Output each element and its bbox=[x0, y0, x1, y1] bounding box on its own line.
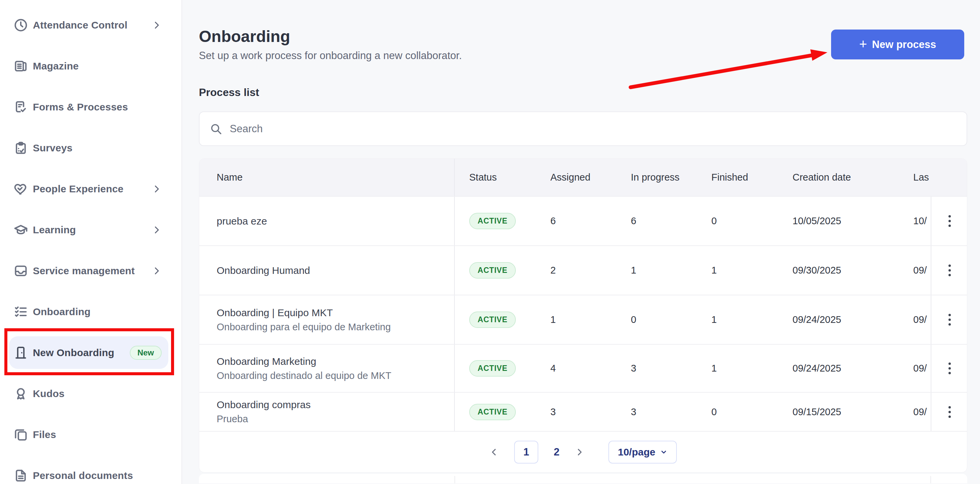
document-icon bbox=[13, 468, 28, 483]
process-list-heading: Process list bbox=[199, 87, 967, 98]
sidebar-item-label: Attendance Control bbox=[33, 19, 127, 31]
row-menu-kebab-icon[interactable] bbox=[945, 403, 954, 421]
creation-date: 09/15/2025 bbox=[792, 406, 913, 417]
table-row[interactable]: prueba eze ACTIVE 6 6 0 10/05/2025 10/ bbox=[199, 196, 967, 245]
chevron-down-icon bbox=[660, 449, 667, 456]
page-size-value: 10/page bbox=[618, 446, 655, 458]
pagination-page-1[interactable]: 1 bbox=[514, 441, 538, 463]
door-icon bbox=[13, 345, 28, 360]
status-badge: ACTIVE bbox=[469, 262, 516, 279]
table-header-row: Name Status Assigned In progress Finishe… bbox=[199, 159, 967, 196]
sidebar-item-label: New Onboarding bbox=[33, 347, 115, 358]
sidebar-item-personal-documents[interactable]: Personal documents bbox=[9, 459, 169, 484]
page-size-select[interactable]: 10/page bbox=[608, 441, 677, 463]
last-date-truncated: 09/ bbox=[913, 265, 931, 276]
process-description: Onboarding destinado al equipo de MKT bbox=[217, 370, 454, 381]
last-date-truncated: 09/ bbox=[913, 406, 931, 417]
column-header-assigned: Assigned bbox=[550, 172, 631, 183]
chevron-right-icon bbox=[151, 266, 162, 276]
new-badge: New bbox=[130, 346, 162, 360]
finished-count: 1 bbox=[711, 265, 792, 276]
chevron-right-icon bbox=[151, 225, 162, 235]
sidebar-item-forms-processes[interactable]: Forms & Processes bbox=[9, 91, 169, 123]
column-header-finished: Finished bbox=[711, 172, 792, 183]
sidebar-item-label: Forms & Processes bbox=[33, 101, 128, 113]
next-table-sliver bbox=[199, 474, 967, 483]
process-description: Prueba bbox=[217, 414, 454, 425]
table-row[interactable]: Onboarding compras Prueba ACTIVE 3 3 0 0… bbox=[199, 392, 967, 431]
pagination-prev-icon[interactable] bbox=[489, 447, 499, 457]
row-menu-kebab-icon[interactable] bbox=[945, 310, 954, 329]
sidebar-item-new-onboarding[interactable]: New Onboarding New bbox=[9, 336, 169, 369]
pagination-next-icon[interactable] bbox=[575, 447, 584, 457]
process-name: Onboarding Marketing bbox=[217, 356, 454, 367]
process-name: Onboarding compras bbox=[217, 399, 454, 411]
table-row[interactable]: Onboarding | Equipo MKT Onboarding para … bbox=[199, 295, 967, 344]
sidebar-item-label: Service management bbox=[33, 265, 135, 276]
in-progress-count: 3 bbox=[631, 363, 711, 374]
search-icon bbox=[210, 123, 222, 135]
sidebar-item-onboarding[interactable]: Onboarding bbox=[9, 296, 169, 328]
copy-icon bbox=[13, 427, 28, 442]
status-badge: ACTIVE bbox=[469, 213, 516, 229]
chevron-right-icon bbox=[151, 20, 162, 30]
clock-icon bbox=[13, 18, 28, 32]
last-date-truncated: 10/ bbox=[913, 216, 931, 227]
process-table: Name Status Assigned In progress Finishe… bbox=[199, 158, 967, 473]
sidebar-item-attendance-control[interactable]: Attendance Control bbox=[9, 9, 169, 41]
assigned-count: 1 bbox=[550, 314, 631, 325]
finished-count: 1 bbox=[711, 314, 792, 325]
column-header-name: Name bbox=[199, 159, 455, 196]
process-description: Onboarding para el equipo de Marketing bbox=[217, 321, 454, 332]
column-header-status: Status bbox=[455, 172, 550, 183]
finished-count: 0 bbox=[711, 216, 792, 227]
checklist-icon bbox=[13, 304, 28, 319]
creation-date: 09/24/2025 bbox=[792, 314, 913, 325]
clipboard-check-icon bbox=[13, 141, 28, 155]
assigned-count: 2 bbox=[550, 265, 631, 276]
sidebar-item-label: Personal documents bbox=[33, 470, 133, 481]
sidebar-item-magazine[interactable]: Magazine bbox=[9, 50, 169, 82]
new-process-button[interactable]: + New process bbox=[831, 30, 964, 59]
column-header-creation-date: Creation date bbox=[792, 172, 913, 183]
row-menu-kebab-icon[interactable] bbox=[945, 261, 954, 280]
table-row[interactable]: Onboarding Humand ACTIVE 2 1 1 09/30/202… bbox=[199, 245, 967, 295]
finished-count: 1 bbox=[711, 363, 792, 374]
status-badge: ACTIVE bbox=[469, 360, 516, 377]
sidebar-item-label: Kudos bbox=[33, 388, 64, 399]
sidebar-item-label: Learning bbox=[33, 224, 76, 236]
pagination: 1 2 10/page bbox=[199, 431, 967, 473]
inbox-icon bbox=[13, 264, 28, 278]
process-name: Onboarding | Equipo MKT bbox=[217, 307, 454, 318]
sidebar-item-label: Onboarding bbox=[33, 306, 91, 318]
creation-date: 09/24/2025 bbox=[792, 363, 913, 374]
heart-handshake-icon bbox=[13, 182, 28, 196]
sidebar-item-surveys[interactable]: Surveys bbox=[9, 132, 169, 164]
sidebar-item-service-management[interactable]: Service management bbox=[9, 254, 169, 287]
form-check-icon bbox=[13, 100, 28, 115]
assigned-count: 6 bbox=[550, 216, 631, 227]
table-row[interactable]: Onboarding Marketing Onboarding destinad… bbox=[199, 344, 967, 392]
column-header-in-progress: In progress bbox=[631, 172, 711, 183]
sidebar-item-label: Magazine bbox=[33, 61, 79, 72]
process-name: prueba eze bbox=[217, 216, 454, 227]
sidebar-item-people-experience[interactable]: People Experience bbox=[9, 173, 169, 205]
chevron-right-icon bbox=[151, 184, 162, 194]
medal-icon bbox=[13, 387, 28, 401]
column-header-last: Las bbox=[913, 172, 931, 183]
pagination-page-2[interactable]: 2 bbox=[554, 446, 559, 458]
assigned-count: 3 bbox=[550, 406, 631, 417]
new-process-label: New process bbox=[872, 38, 936, 51]
in-progress-count: 0 bbox=[631, 314, 711, 325]
search-input[interactable] bbox=[230, 123, 956, 135]
sidebar-item-learning[interactable]: Learning bbox=[9, 214, 169, 246]
row-menu-kebab-icon[interactable] bbox=[945, 359, 954, 378]
row-menu-kebab-icon[interactable] bbox=[945, 212, 954, 230]
search-bar bbox=[199, 112, 967, 146]
creation-date: 10/05/2025 bbox=[792, 216, 913, 227]
sidebar-item-files[interactable]: Files bbox=[9, 418, 169, 451]
main-content: Onboarding Set up a work process for onb… bbox=[183, 0, 980, 484]
sidebar-item-label: Files bbox=[33, 429, 56, 440]
plus-icon: + bbox=[859, 37, 867, 51]
sidebar-item-kudos[interactable]: Kudos bbox=[9, 377, 169, 410]
